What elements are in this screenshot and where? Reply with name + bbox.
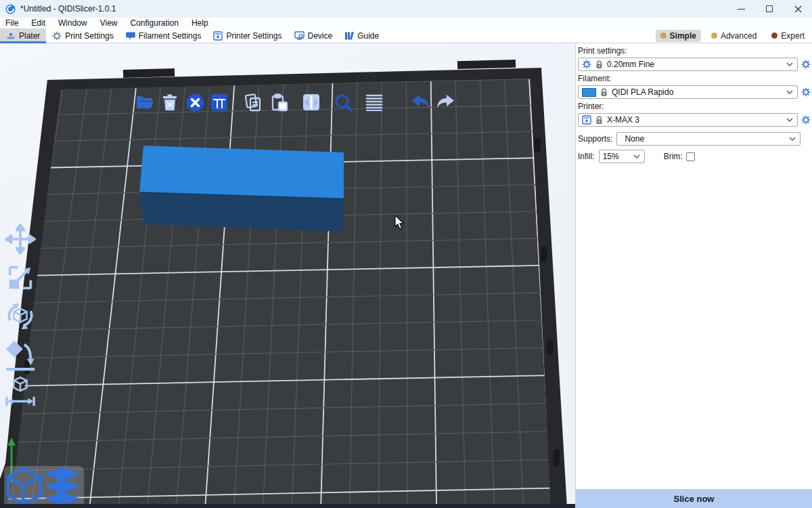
- supports-select[interactable]: None: [616, 132, 800, 146]
- tab-print-settings[interactable]: Print Settings: [46, 28, 119, 43]
- edit-printer-button[interactable]: [801, 115, 811, 125]
- edit-print-settings-button[interactable]: [801, 60, 811, 69]
- supports-label: Supports:: [578, 134, 612, 144]
- menu-bar: File Edit Window View Configuration Help: [0, 18, 812, 28]
- gear-icon: [801, 115, 811, 125]
- search-button[interactable]: [333, 91, 353, 114]
- delete-icon: [162, 94, 177, 111]
- menu-window[interactable]: Window: [58, 18, 87, 28]
- 3d-viewport[interactable]: [0, 43, 575, 508]
- printer-icon: [582, 115, 591, 125]
- place-on-face-tool[interactable]: [4, 338, 37, 372]
- device-monitor-icon: [294, 31, 304, 40]
- split-objects-button[interactable]: [301, 91, 321, 114]
- measure-tool[interactable]: [4, 377, 37, 410]
- guide-books-icon: [344, 31, 354, 40]
- rotate-icon: [5, 299, 36, 333]
- printer-label: Printer:: [578, 102, 811, 111]
- split-objects-icon: [302, 93, 320, 111]
- model-box[interactable]: [139, 146, 344, 232]
- move-icon: [5, 224, 36, 255]
- window-title: *Untitled - QIDISlicer-1.0.1: [20, 4, 116, 14]
- tab-bar: Plater Print Settings Filament Settings …: [0, 28, 812, 43]
- arrange-button[interactable]: [209, 91, 229, 114]
- tab-device[interactable]: Device: [288, 28, 339, 43]
- chevron-down-icon: [786, 118, 793, 122]
- filament-label: Filament:: [578, 74, 811, 83]
- open-project-button[interactable]: [135, 91, 155, 114]
- brim-label: Brim:: [664, 152, 683, 161]
- menu-configuration[interactable]: Configuration: [131, 18, 179, 28]
- infill-select[interactable]: 15%: [599, 150, 645, 163]
- gizmo-toolbar: [4, 222, 37, 410]
- filament-select[interactable]: QIDI PLA Rapido: [578, 85, 798, 99]
- tab-printer-settings[interactable]: Printer Settings: [207, 28, 288, 43]
- mode-advanced[interactable]: Advanced: [706, 30, 761, 42]
- gear-icon: [801, 87, 811, 97]
- measure-icon: [5, 376, 36, 411]
- title-bar: *Untitled - QIDISlicer-1.0.1: [0, 0, 812, 18]
- minimize-icon: [738, 9, 745, 9]
- variable-layer-height-icon: [365, 93, 383, 111]
- gear-icon: [52, 31, 62, 41]
- expert-mode-dot-icon: [771, 33, 777, 39]
- print-settings-select[interactable]: 0.20mm Fine: [578, 58, 798, 71]
- minimize-button[interactable]: [727, 0, 755, 18]
- filament-icon: [126, 31, 135, 40]
- copy-icon: [245, 93, 262, 112]
- mode-simple[interactable]: Simple: [656, 30, 701, 42]
- paste-button[interactable]: [269, 91, 290, 114]
- tab-plater[interactable]: Plater: [0, 28, 46, 43]
- delete-all-button[interactable]: [185, 91, 205, 114]
- plater-icon: [6, 31, 16, 40]
- copy-button[interactable]: [243, 91, 263, 114]
- printer-icon: [213, 31, 223, 41]
- chevron-down-icon: [633, 154, 640, 158]
- menu-file[interactable]: File: [5, 18, 18, 28]
- scale-icon: [5, 262, 36, 293]
- infill-label: Infill:: [578, 152, 595, 161]
- scale-tool[interactable]: [4, 261, 37, 295]
- mode-expert[interactable]: Expert: [767, 30, 809, 42]
- print-settings-label: Print settings:: [578, 46, 811, 56]
- place-on-face-icon: [5, 337, 36, 373]
- search-icon: [334, 93, 353, 112]
- close-button[interactable]: [784, 0, 812, 18]
- simple-mode-dot-icon: [660, 33, 667, 39]
- move-tool[interactable]: [4, 222, 37, 256]
- tab-guide[interactable]: Guide: [338, 28, 385, 43]
- rotate-tool[interactable]: [4, 299, 37, 333]
- app-logo-icon: [5, 4, 16, 14]
- chevron-down-icon: [786, 90, 793, 94]
- layers-view-icon[interactable]: [45, 467, 80, 505]
- lock-icon: [595, 60, 603, 69]
- variable-layer-height-button[interactable]: [364, 91, 384, 114]
- brim-checkbox[interactable]: [686, 152, 695, 161]
- delete-button[interactable]: [160, 91, 180, 114]
- undo-button[interactable]: [410, 91, 430, 114]
- advanced-mode-dot-icon: [711, 33, 717, 39]
- chevron-down-icon: [786, 62, 793, 66]
- undo-icon: [410, 94, 430, 110]
- tab-filament-settings[interactable]: Filament Settings: [120, 28, 208, 43]
- menu-edit[interactable]: Edit: [31, 18, 45, 28]
- menu-view[interactable]: View: [100, 18, 118, 28]
- arrange-icon: [210, 93, 228, 111]
- edit-filament-button[interactable]: [801, 87, 811, 97]
- lock-icon: [595, 116, 603, 125]
- gear-icon: [582, 60, 591, 69]
- chevron-down-icon: [789, 137, 796, 141]
- view-tools-panel: [4, 466, 84, 508]
- redo-icon: [436, 94, 456, 110]
- menu-help[interactable]: Help: [191, 18, 208, 28]
- gear-icon: [801, 60, 811, 69]
- open-project-icon: [136, 94, 154, 110]
- redo-button[interactable]: [436, 91, 456, 114]
- maximize-icon: [766, 5, 773, 12]
- close-icon: [794, 5, 802, 13]
- slice-now-button[interactable]: Slice now: [576, 489, 812, 508]
- printer-select[interactable]: X-MAX 3: [578, 113, 798, 127]
- bottom-edge: [0, 504, 575, 508]
- maximize-button[interactable]: [755, 0, 784, 18]
- delete-all-icon: [186, 93, 204, 112]
